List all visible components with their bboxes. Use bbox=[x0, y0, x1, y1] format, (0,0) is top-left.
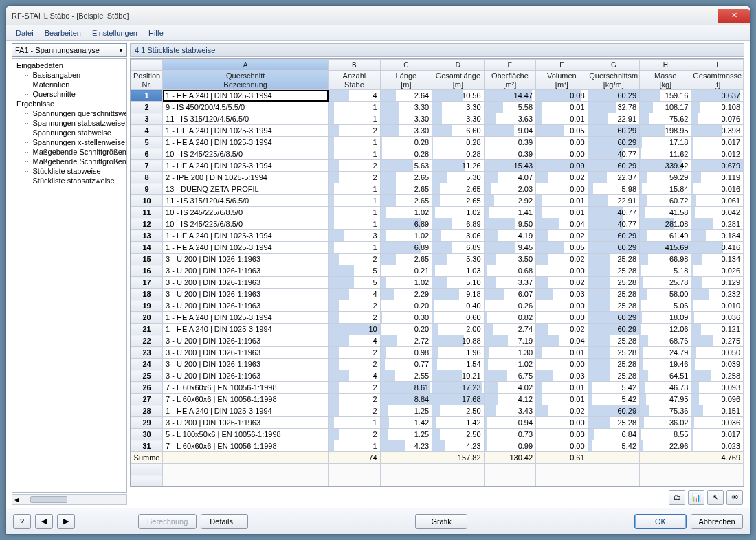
menu-datei[interactable]: Datei bbox=[10, 27, 39, 39]
table-row[interactable]: 153 - U 200 | DIN 1026-1:196322.655.303.… bbox=[131, 254, 744, 265]
tree-group[interactable]: Ergebnisse bbox=[12, 99, 126, 109]
table-row[interactable]: 141 - HE A 240 | DIN 1025-3:199416.896.8… bbox=[131, 242, 744, 254]
eye-icon: 👁 bbox=[731, 493, 739, 502]
pointer-icon: ↖ bbox=[713, 493, 719, 502]
table-row[interactable]: 281 - HE A 240 | DIN 1025-3:199421.252.5… bbox=[131, 405, 744, 417]
sum-row: Summe74157.82130.420.614.769 bbox=[131, 452, 744, 464]
loadcase-combo[interactable]: FA1 - Spannungsanalyse ▼ bbox=[12, 43, 127, 57]
export-icon: 📊 bbox=[691, 493, 701, 502]
help-button[interactable]: ? bbox=[13, 514, 31, 529]
tree-item[interactable]: Spannungen querschnittsweise bbox=[12, 109, 126, 118]
table-row[interactable]: 131 - HE A 240 | DIN 1025-3:199431.023.0… bbox=[131, 230, 744, 242]
table-row[interactable]: 223 - U 200 | DIN 1026-1:196342.7210.887… bbox=[131, 335, 744, 347]
scroll-thumb[interactable] bbox=[30, 496, 67, 503]
prev-button[interactable]: ◀ bbox=[35, 514, 53, 529]
table-row[interactable]: 267 - L 60x60x6 | EN 10056-1:199828.6117… bbox=[131, 382, 744, 394]
right-panel: 4.1 Stückliste stabweise ABCDEFGHIPositi… bbox=[130, 43, 744, 505]
grid-toolbar: 🗂 📊 ↖ 👁 bbox=[130, 487, 744, 505]
table-row[interactable]: 82 - IPE 200 | DIN 1025-5:199422.655.304… bbox=[131, 172, 744, 183]
abbrechen-button[interactable]: Abbrechen bbox=[691, 514, 743, 529]
next-button[interactable]: ▶ bbox=[57, 514, 75, 529]
table-row[interactable]: 1110 - IS 245/225/6/8.5/011.021.021.410.… bbox=[131, 207, 744, 218]
tree-group[interactable]: Eingabedaten bbox=[12, 60, 126, 70]
ok-button[interactable]: OK bbox=[634, 514, 687, 529]
tree-item[interactable]: Stückliste stabsatzweise bbox=[12, 176, 126, 185]
nav-tree[interactable]: EingabedatenBasisangabenMaterialienQuers… bbox=[12, 58, 127, 493]
close-icon: ✕ bbox=[731, 11, 737, 20]
table-row[interactable]: 211 - HE A 240 | DIN 1025-3:1994100.202.… bbox=[131, 324, 744, 335]
table-row[interactable]: 1210 - IS 245/225/6/8.5/016.896.899.500.… bbox=[131, 218, 744, 230]
tree-item[interactable]: Stückliste stabweise bbox=[12, 166, 126, 176]
tree-item[interactable]: Querschnitte bbox=[12, 89, 126, 99]
menu-hilfe[interactable]: Hilfe bbox=[143, 27, 169, 39]
content: FA1 - Spannungsanalyse ▼ EingabedatenBas… bbox=[6, 41, 750, 508]
tree-item[interactable]: Basisangaben bbox=[12, 70, 126, 80]
table-row[interactable]: 183 - U 200 | DIN 1026-1:196342.299.186.… bbox=[131, 289, 744, 300]
table-row[interactable]: 913 - DUENQ ZETA-PROFIL12.652.652.030.00… bbox=[131, 183, 744, 195]
chevron-down-icon: ▼ bbox=[118, 47, 124, 54]
close-button[interactable]: ✕ bbox=[718, 9, 750, 23]
titlebar: RF-STAHL Stäbe - [Beispiel Stäbe] ✕ bbox=[6, 6, 750, 25]
filter-button[interactable]: 🗂 bbox=[669, 490, 685, 505]
window-controls: ✕ bbox=[717, 9, 750, 23]
help-icon: ? bbox=[20, 517, 24, 526]
table-row[interactable]: 311 - IS 315/120/4.5/6.5/013.303.303.630… bbox=[131, 113, 744, 125]
table-row[interactable]: 11 - HE A 240 | DIN 1025-3:199442.6410.5… bbox=[131, 90, 744, 102]
grid[interactable]: ABCDEFGHIPositionNr.QuerschnittBezeichnu… bbox=[130, 58, 744, 487]
table-row[interactable]: 163 - U 200 | DIN 1026-1:196350.211.030.… bbox=[131, 265, 744, 277]
pick-button[interactable]: ↖ bbox=[707, 490, 724, 505]
filter-icon: 🗂 bbox=[674, 493, 681, 502]
table-row[interactable]: 41 - HE A 240 | DIN 1025-3:199423.306.60… bbox=[131, 125, 744, 137]
menubar: Datei Bearbeiten Einstellungen Hilfe bbox=[6, 25, 750, 41]
table-row[interactable]: 253 - U 200 | DIN 1026-1:196342.5510.216… bbox=[131, 370, 744, 382]
window-title: RF-STAHL Stäbe - [Beispiel Stäbe] bbox=[12, 12, 129, 20]
view-button[interactable]: 👁 bbox=[726, 490, 743, 505]
left-panel: FA1 - Spannungsanalyse ▼ EingabedatenBas… bbox=[12, 43, 127, 505]
grafik-button[interactable]: Grafik bbox=[415, 514, 467, 529]
table-row[interactable]: 317 - L 60x60x6 | EN 10056-1:199814.234.… bbox=[131, 440, 744, 452]
table-row[interactable]: 29 - IS 450/200/4.5/5.5/013.303.305.580.… bbox=[131, 102, 744, 113]
table-row[interactable]: 173 - U 200 | DIN 1026-1:196351.025.103.… bbox=[131, 277, 744, 289]
menu-bearbeiten[interactable]: Bearbeiten bbox=[39, 27, 87, 39]
footer: ? ◀ ▶ Berechnung Details... Grafik OK Ab… bbox=[6, 508, 750, 534]
tree-item[interactable]: Maßgebende Schnittgrößen sta bbox=[12, 157, 126, 166]
table-row[interactable]: 1011 - IS 315/120/4.5/6.5/012.652.652.92… bbox=[131, 195, 744, 207]
table-row[interactable]: 71 - HE A 240 | DIN 1025-3:199425.6311.2… bbox=[131, 160, 744, 172]
combo-value: FA1 - Spannungsanalyse bbox=[15, 46, 100, 54]
table-row[interactable]: 193 - U 200 | DIN 1026-1:196320.200.400.… bbox=[131, 300, 744, 312]
next-icon: ▶ bbox=[63, 517, 69, 526]
tree-item[interactable]: Materialien bbox=[12, 80, 126, 89]
table-row[interactable]: 610 - IS 245/225/6/8.5/010.280.280.390.0… bbox=[131, 148, 744, 160]
prev-icon: ◀ bbox=[41, 517, 47, 526]
table-row[interactable]: 243 - U 200 | DIN 1026-1:196320.771.541.… bbox=[131, 359, 744, 370]
tree-item[interactable]: Spannungen x-stellenweise bbox=[12, 137, 126, 147]
table-row[interactable]: 201 - HE A 240 | DIN 1025-3:199420.300.6… bbox=[131, 312, 744, 324]
tree-item[interactable]: Spannungen stabsatzweise bbox=[12, 118, 126, 128]
berechnung-button[interactable]: Berechnung bbox=[138, 514, 197, 529]
export-button[interactable]: 📊 bbox=[688, 490, 704, 505]
tree-item[interactable]: Spannungen stabweise bbox=[12, 128, 126, 137]
panel-title: 4.1 Stückliste stabweise bbox=[130, 43, 744, 57]
tree-item[interactable]: Maßgebende Schnittgrößen sta bbox=[12, 147, 126, 157]
menu-einstellungen[interactable]: Einstellungen bbox=[87, 27, 143, 39]
table-row[interactable]: 233 - U 200 | DIN 1026-1:196320.981.961.… bbox=[131, 347, 744, 359]
h-scrollbar[interactable]: ◀ bbox=[12, 494, 127, 505]
table-row[interactable]: 305 - L 100x50x6 | EN 10056-1:199821.252… bbox=[131, 429, 744, 440]
table-row[interactable]: 277 - L 60x60x6 | EN 10056-1:199828.8417… bbox=[131, 394, 744, 405]
app-window: RF-STAHL Stäbe - [Beispiel Stäbe] ✕ Date… bbox=[5, 5, 751, 535]
table-row[interactable]: 51 - HE A 240 | DIN 1025-3:199410.280.28… bbox=[131, 137, 744, 148]
details-button[interactable]: Details... bbox=[201, 514, 248, 529]
table-row[interactable]: 293 - U 200 | DIN 1026-1:196311.421.420.… bbox=[131, 417, 744, 429]
